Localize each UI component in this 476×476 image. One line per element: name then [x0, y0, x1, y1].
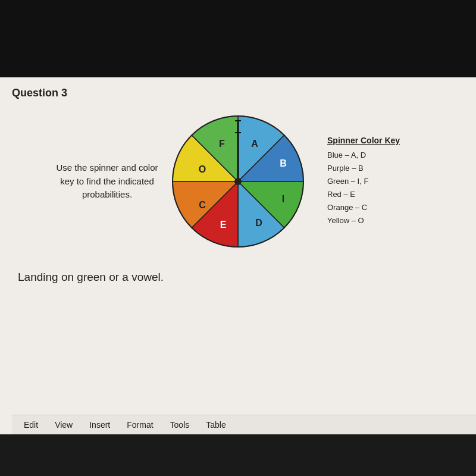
svg-point-9	[234, 178, 242, 185]
toolbar-view[interactable]: View	[55, 420, 73, 430]
svg-text:A: A	[251, 139, 258, 149]
toolbar-insert[interactable]: Insert	[89, 420, 110, 430]
key-items: Blue – A, D Purple – B Green – I, F Red …	[327, 149, 428, 228]
left-text-line2: key to find the indicated	[60, 176, 154, 186]
toolbar-tools[interactable]: Tools	[170, 420, 190, 430]
toolbar-table[interactable]: Table	[206, 420, 226, 430]
bottom-text: Landing on green or a vowel.	[12, 271, 464, 284]
key-item-1: Purple – B	[327, 162, 428, 175]
left-text-line1: Use the spinner and color	[57, 162, 158, 173]
left-text-line3: probabilities.	[82, 189, 132, 199]
toolbar-format[interactable]: Format	[127, 420, 153, 430]
key-item-2: Green – I, F	[327, 175, 428, 188]
top-black-bar	[0, 0, 476, 77]
main-content: Question 3 Use the spinner and color key…	[0, 77, 476, 434]
svg-text:B: B	[280, 158, 287, 168]
key-item-3: Red – E	[327, 188, 428, 201]
key-item-4: Orange – C	[327, 201, 428, 214]
svg-text:I: I	[282, 194, 284, 204]
content-area: Use the spinner and color key to find th…	[12, 110, 464, 253]
svg-text:E: E	[220, 220, 227, 230]
spinner: A B I D E C O F	[167, 110, 309, 253]
key-item-0: Blue – A, D	[327, 149, 428, 162]
toolbar: Edit View Insert Format Tools Table	[12, 415, 476, 434]
toolbar-edit[interactable]: Edit	[24, 420, 38, 430]
key-item-5: Yellow – O	[327, 214, 428, 227]
svg-text:D: D	[255, 218, 262, 228]
svg-text:O: O	[199, 164, 206, 174]
svg-text:C: C	[199, 200, 206, 210]
question-title: Question 3	[12, 87, 464, 99]
key-title: Spinner Color Key	[327, 136, 428, 145]
svg-text:F: F	[219, 139, 225, 149]
color-key: Spinner Color Key Blue – A, D Purple – B…	[309, 136, 428, 228]
left-text: Use the spinner and color key to find th…	[48, 161, 167, 202]
